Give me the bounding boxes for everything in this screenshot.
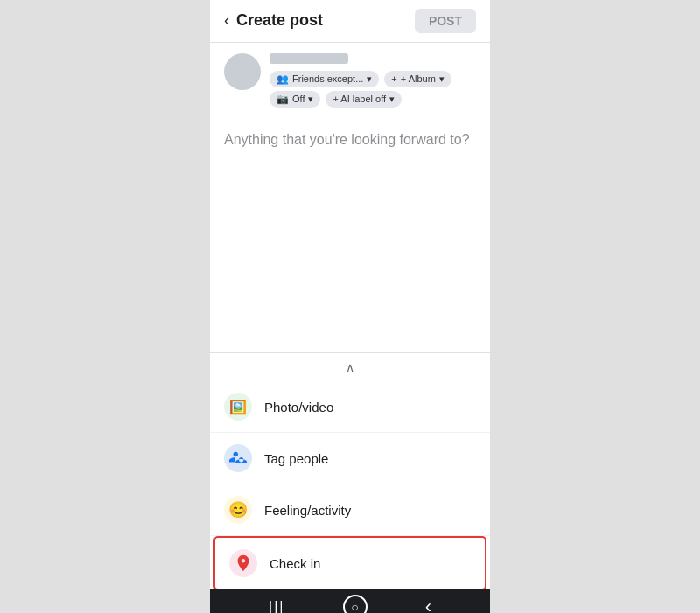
album-chevron-icon: ▾ [439,73,444,85]
controls-row-2: 📷 Off ▾ + AI label off ▾ [270,91,452,108]
friends-chip[interactable]: 👥 Friends except... ▾ [270,71,379,87]
menu-item-feeling[interactable]: 😊 Feeling/activity [210,484,490,536]
nav-back-icon[interactable]: ‹ [418,589,438,614]
ai-label-text: + AI label off [332,94,386,104]
feeling-icon: 😊 [224,496,252,524]
user-area: 👥 Friends except... ▾ + + Album ▾ 📷 [210,43,490,118]
menu-item-tag-people[interactable]: Tag people [210,433,490,484]
menu-item-photo-video[interactable]: 🖼️ Photo/video [210,381,490,433]
post-placeholder: Anything that you're looking forward to? [224,132,470,147]
feeling-label: Feeling/activity [264,503,351,518]
page-title: Create post [236,11,323,30]
nav-home-icon[interactable]: ○ [343,595,368,614]
phone-frame: ‹ Create post POST 👥 Friends except... ▾ [210,0,490,589]
post-text-area[interactable]: Anything that you're looking forward to? [210,118,490,353]
back-button[interactable]: ‹ [224,11,229,30]
check-in-label: Check in [270,556,320,571]
post-button[interactable]: POST [415,9,476,33]
nav-menu-icon[interactable]: ||| [262,592,291,614]
user-row: 👥 Friends except... ▾ + + Album ▾ 📷 [224,53,476,108]
friends-chevron-icon: ▾ [367,73,372,85]
check-in-icon [229,549,257,577]
header-left: ‹ Create post [224,11,323,30]
menu-item-check-in[interactable]: Check in [214,536,486,589]
friends-label: Friends except... [292,73,363,84]
ai-chevron-icon: ▾ [389,94,395,105]
instagram-icon: 📷 [276,94,289,105]
tag-people-label: Tag people [264,451,328,466]
tag-people-icon [224,444,252,472]
bottom-nav: ||| ○ ‹ [210,589,490,614]
header: ‹ Create post POST [210,0,490,43]
collapse-icon: ∧ [346,360,354,374]
avatar [224,53,261,90]
ai-label-chip[interactable]: + AI label off ▾ [326,91,402,108]
photo-video-label: Photo/video [264,400,333,414]
off-label: Off [292,94,304,104]
album-chip[interactable]: + + Album ▾ [384,71,452,87]
controls-row: 👥 Friends except... ▾ + + Album ▾ [270,71,452,87]
photo-video-icon: 🖼️ [224,393,252,421]
user-controls: 👥 Friends except... ▾ + + Album ▾ 📷 [270,53,452,108]
friends-icon: 👥 [276,73,289,85]
collapse-row[interactable]: ∧ [210,352,490,381]
album-label: + Album [401,73,436,84]
svg-point-0 [234,452,239,457]
album-icon: + [391,73,396,84]
pin-icon-svg [234,554,253,573]
off-chevron-icon: ▾ [308,94,313,105]
off-chip[interactable]: 📷 Off ▾ [270,91,320,108]
menu-list: 🖼️ Photo/video Tag people 😊 [210,381,490,589]
tag-icon-svg [228,449,248,468]
user-name-blur [270,53,348,64]
